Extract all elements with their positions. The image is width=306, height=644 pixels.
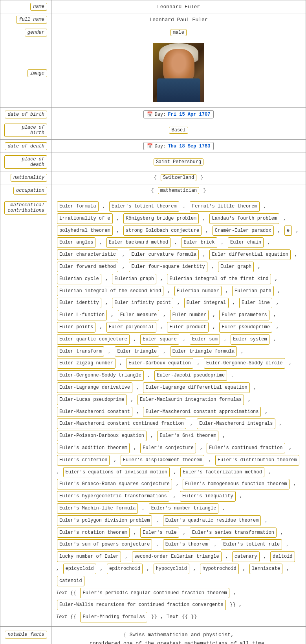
- pob-value-cell: Basel: [51, 121, 306, 140]
- contributions-row: mathematical contributions Euler formula…: [0, 197, 306, 627]
- notable-facts-label: notable facts: [5, 631, 47, 639]
- occupation-label: occupation: [13, 187, 47, 195]
- contrib-item: Euler transform: [57, 346, 104, 357]
- contrib-item: Euler's continued fraction: [207, 443, 285, 453]
- occupation-value-cell: { mathematician }: [51, 184, 306, 197]
- gender-value-cell: male: [51, 26, 306, 39]
- full-name-row: full name Leonhard Paul Euler: [0, 13, 306, 26]
- contrib-item: hypotrochoid: [200, 564, 238, 574]
- contrib-item: Euler sum: [190, 334, 220, 345]
- notable-facts-row: notable facts { Swiss mathematician and …: [0, 626, 306, 644]
- contrib-item: Euler's Machin-like formula: [57, 503, 138, 514]
- contrib-item: hypocycloid: [154, 564, 189, 574]
- contrib-item: Euler's addition theorem: [57, 443, 130, 453]
- extra-contrib-item: Euler-Wallis recursions for continued fr…: [57, 600, 226, 610]
- contrib-item: lucky number of Euler: [57, 551, 121, 562]
- contrib-item: Euler-Poisson-Darboux equation: [57, 431, 147, 441]
- contrib-item: epicycloid: [63, 564, 96, 574]
- contrib-item: Euler integral: [184, 298, 229, 308]
- contrib-item: Euler infinity point: [112, 298, 173, 308]
- dod-value: 📅 Day: Thu 18 Sep 1783: [143, 142, 214, 150]
- contrib-item: catenoid: [57, 576, 84, 586]
- contrib-item: Euler's quadratic residue theorem: [163, 515, 261, 526]
- contrib-item: Euler-Mascheroni integrals: [197, 418, 275, 429]
- nationality-curly-close: }: [200, 175, 203, 180]
- dod-day-label: Day:: [155, 144, 166, 149]
- contrib-item: Euler system: [231, 334, 269, 345]
- contrib-item: Euler-Maclaurin integration formulas: [137, 395, 244, 405]
- occupation-curly-open: {: [151, 187, 154, 193]
- full-name-label: full name: [16, 16, 47, 24]
- nationality-value-cell: { Switzerland }: [51, 171, 306, 184]
- contrib-item: Euler-Lagrange differential equation: [143, 382, 249, 393]
- contrib-item: polyhedral theorem: [57, 226, 113, 236]
- pod-value-cell: Saint Petersburg: [51, 153, 306, 171]
- portrait-body: [157, 78, 200, 102]
- contrib-item: deltoid: [270, 551, 295, 562]
- contrib-item: Euler zigzag number: [57, 358, 115, 369]
- pob-label-cell: place of birth: [0, 121, 51, 140]
- pod-label-cell: place of death: [0, 153, 51, 171]
- contrib-item: Euler number: [170, 310, 209, 320]
- contrib-item: Euler's rule: [140, 528, 179, 538]
- contrib-item: Euler's totient rule: [221, 539, 282, 550]
- contrib-item: second-order Eulerian triangle: [132, 551, 222, 562]
- contrib-item: Euler's 6n+1 theorem: [157, 431, 218, 441]
- contrib-item: Euler polynomial: [106, 322, 156, 333]
- contrib-item: Euler's Graeco-Roman squares conjecture: [57, 479, 172, 489]
- contrib-item: Fermat's little theorem: [190, 201, 260, 212]
- extra-contrib-item: Euler's periodic regular continued fract…: [80, 588, 229, 599]
- contrib-item: Euler's conjecture: [140, 443, 196, 453]
- contrib-item: Euler pseudoprime: [219, 322, 272, 333]
- contrib-item: Euler-Jacobi pseudoprime: [154, 370, 227, 381]
- contrib-item: Euler curvature formula: [129, 249, 199, 260]
- dob-value: 📅 Day: Fri 15 Apr 1707: [143, 110, 214, 118]
- occupation-label-cell: occupation: [0, 184, 51, 197]
- notable-facts-label-cell: notable facts: [0, 626, 51, 644]
- contrib-item: Euler chain: [228, 237, 264, 248]
- contrib-item: Eulerian integral of the first kind: [167, 274, 271, 284]
- image-row: image: [0, 39, 306, 108]
- image-value-cell: [51, 39, 306, 108]
- contrib-item: Euler differential equation: [209, 249, 290, 260]
- contrib-item: Euler's homogeneous function theorem: [183, 479, 289, 489]
- image-label: image: [27, 69, 47, 77]
- contrib-item: Euler brick: [181, 237, 217, 248]
- contrib-item: catenary: [232, 551, 260, 562]
- name-label-cell: name: [0, 0, 51, 13]
- contributions-label-cell: mathematical contributions: [0, 197, 51, 627]
- nationality-label-cell: nationality: [0, 171, 51, 184]
- contrib-item: Euler-Gergonne-Soddy circle: [204, 358, 285, 369]
- dob-date: Fri 15 Apr 1707: [168, 112, 210, 117]
- occupation-value: mathematician: [158, 187, 200, 194]
- contrib-item: Euler's totient theorem: [109, 201, 179, 212]
- pob-value: Basel: [169, 127, 188, 134]
- contrib-item: Königsberg bridge problem: [123, 213, 199, 224]
- contrib-item: Euler's inequality: [180, 491, 236, 502]
- contrib-item: Euler's equations of inviscid motion: [63, 467, 170, 478]
- occupation-row: occupation { mathematician }: [0, 184, 306, 197]
- contrib-item: Euler-Mascheroni constant approximations: [143, 407, 261, 417]
- contrib-item: Euler-Darboux equation: [126, 358, 193, 369]
- full-name-label-cell: full name: [0, 13, 51, 26]
- date-of-birth-row: date of birth 📅 Day: Fri 15 Apr 1707: [0, 108, 306, 121]
- contrib-item: epitrochoid: [107, 564, 143, 574]
- dob-label-cell: date of birth: [0, 108, 51, 121]
- contrib-item: Euler characteristic: [57, 249, 118, 260]
- contrib-item: Euler triangle formula: [170, 346, 237, 357]
- text-label-1: Text: [56, 590, 70, 596]
- nationality-value: Switzerland: [161, 174, 196, 181]
- gender-label: gender: [25, 29, 47, 36]
- main-table: name Leonhard Euler full name Leonhard P…: [0, 0, 306, 644]
- contrib-item: Euler parameters: [219, 310, 269, 320]
- pob-label: place of birth: [4, 124, 47, 137]
- contrib-item: Eulerian cycle: [57, 274, 101, 284]
- nationality-curly-open: {: [154, 175, 160, 180]
- occupation-curly-close: }: [203, 187, 206, 193]
- name-row: name Leonhard Euler: [0, 0, 306, 13]
- contrib-item: Euler square: [140, 334, 179, 345]
- contrib-item: lemniscate: [249, 564, 282, 574]
- contrib-item: Euler's rotation theorem: [57, 528, 130, 538]
- contrib-item: Euler four-square identity: [129, 262, 207, 272]
- contrib-item: Euler backward method: [106, 237, 170, 248]
